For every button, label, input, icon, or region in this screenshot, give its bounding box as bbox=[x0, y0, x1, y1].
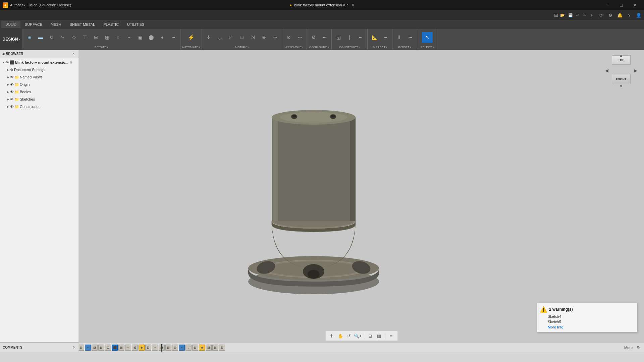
create-group-label[interactable]: CREATE bbox=[95, 46, 109, 49]
named-views-expand[interactable]: ▶ bbox=[6, 75, 10, 79]
grid-menu-button[interactable]: ⊞ bbox=[554, 12, 558, 18]
chamfer-button[interactable]: ◸ bbox=[225, 32, 236, 43]
insert-button[interactable]: ⬇ bbox=[394, 32, 405, 43]
zoom-in-button[interactable]: 🔍+ bbox=[354, 332, 362, 340]
tree-item-sketches[interactable]: ▶ 👁 📁 Sketches bbox=[5, 96, 78, 103]
tree-item-construction[interactable]: ▶ 👁 📁 Construction bbox=[5, 103, 78, 110]
comments-close-button[interactable]: ✕ bbox=[72, 345, 76, 350]
sweep-button[interactable]: ⤷ bbox=[57, 32, 68, 43]
construction-expand[interactable]: ▶ bbox=[6, 105, 10, 109]
viewcube-right-arrow[interactable]: ▶ bbox=[634, 68, 637, 73]
timeline-item-26[interactable]: ⊠ bbox=[219, 345, 225, 351]
assemble-more-button[interactable]: ••• bbox=[294, 32, 305, 43]
tab-utilities[interactable]: UTILITIES bbox=[123, 21, 148, 28]
thread-button[interactable]: ⌁ bbox=[124, 32, 135, 43]
notification-button[interactable]: 🔔 bbox=[616, 11, 624, 19]
pan-button[interactable]: ✋ bbox=[336, 332, 344, 340]
viewcube[interactable]: ◀ ▶ TOP FRONT ▲ ▼ bbox=[604, 54, 638, 87]
combine-button[interactable]: ⊕ bbox=[259, 32, 269, 43]
save-button[interactable]: 💾 bbox=[567, 13, 574, 17]
inspect-group-label[interactable]: INSPECT bbox=[372, 46, 387, 49]
timeline-item-6[interactable]: ≡ bbox=[85, 345, 91, 351]
timeline-item-24[interactable]: ⊡ bbox=[206, 345, 212, 351]
scale-button[interactable]: ⇲ bbox=[248, 32, 258, 43]
viewcube-up-arrow[interactable]: ▲ bbox=[619, 53, 623, 57]
revolve-button[interactable]: ↻ bbox=[46, 32, 57, 43]
tab-sheet-metal[interactable]: SHEET METAL bbox=[66, 21, 99, 28]
tab-plastic[interactable]: PLASTIC bbox=[99, 21, 123, 28]
timeline-item-5[interactable]: ⊞ bbox=[78, 345, 84, 351]
select-group-label[interactable]: SELECT bbox=[420, 46, 434, 49]
timeline-item-15[interactable]: ⊡ bbox=[145, 345, 151, 351]
undo-button[interactable]: ↩ bbox=[575, 13, 581, 17]
browser-close-button[interactable]: ✕ bbox=[70, 51, 76, 57]
view-more-button[interactable]: ≡ bbox=[387, 332, 395, 340]
timeline-item-13[interactable]: ⊠ bbox=[132, 345, 138, 351]
tab-surface[interactable]: SURFACE bbox=[21, 21, 46, 28]
settings-button[interactable]: ⚙ bbox=[606, 11, 614, 19]
axis-button[interactable]: | bbox=[344, 32, 355, 43]
hole-button[interactable]: ○ bbox=[113, 32, 123, 43]
timeline-item-7[interactable]: ⊟ bbox=[92, 345, 98, 351]
shell-button[interactable]: □ bbox=[236, 32, 247, 43]
close-button[interactable]: ✕ bbox=[628, 0, 641, 10]
redo-button[interactable]: ↪ bbox=[581, 13, 587, 17]
browser-collapse-icon[interactable]: ◀ bbox=[2, 52, 4, 56]
timeline-item-23[interactable]: ◈ bbox=[199, 345, 205, 351]
automate-button[interactable]: ⚡ bbox=[186, 32, 197, 43]
open-file-button[interactable]: 📂 bbox=[559, 13, 566, 17]
rib-button[interactable]: ⊤ bbox=[79, 32, 90, 43]
web-button[interactable]: ⊞ bbox=[91, 32, 101, 43]
insert-group-label[interactable]: INSERT bbox=[398, 46, 411, 49]
maximize-button[interactable]: □ bbox=[614, 0, 628, 10]
loft-button[interactable]: ◇ bbox=[68, 32, 79, 43]
timeline-item-8[interactable]: ⊞ bbox=[98, 345, 104, 351]
extrude-button[interactable]: ▬ bbox=[35, 32, 46, 43]
cylinder-button[interactable]: ⬤ bbox=[146, 32, 157, 43]
grid-snap-button[interactable]: ✛ bbox=[328, 332, 336, 340]
configure-button[interactable]: ⚙ bbox=[308, 32, 319, 43]
timeline-marker[interactable] bbox=[161, 344, 162, 352]
document-tab[interactable]: ● blink factory mount extension v1* ✕ bbox=[289, 3, 354, 7]
viewcube-left-arrow[interactable]: ◀ bbox=[605, 68, 608, 73]
viewcube-down-arrow[interactable]: ▼ bbox=[619, 84, 623, 88]
timeline-settings-button[interactable]: ⚙ bbox=[635, 344, 642, 351]
configure-more-button[interactable]: ••• bbox=[319, 32, 330, 43]
insert-more-button[interactable]: ••• bbox=[405, 32, 416, 43]
tree-item-origin[interactable]: ▶ 👁 📁 Origin bbox=[5, 81, 78, 88]
design-dropdown[interactable]: DESIGN ▾ bbox=[0, 29, 23, 50]
tree-item-named-views[interactable]: ▶ 👁 📁 Named Views bbox=[5, 73, 78, 81]
timeline-item-12[interactable]: ○ bbox=[125, 345, 131, 351]
plane-button[interactable]: ◱ bbox=[333, 32, 344, 43]
new-tab-button[interactable]: + bbox=[588, 11, 596, 19]
box-button[interactable]: ▣ bbox=[135, 32, 146, 43]
refresh-button[interactable]: ⟳ bbox=[597, 11, 605, 19]
timeline-item-9[interactable]: ⊡ bbox=[105, 345, 111, 351]
warning-more-info-link[interactable]: More Info bbox=[540, 325, 634, 329]
move-button[interactable]: ✛ bbox=[203, 32, 214, 43]
timeline-item-25[interactable]: ⊞ bbox=[212, 345, 218, 351]
display-mode-button[interactable]: ⊞ bbox=[366, 332, 374, 340]
timeline-item-21[interactable]: ○ bbox=[185, 345, 192, 351]
sphere-button[interactable]: ● bbox=[157, 32, 168, 43]
automate-group-label[interactable]: AUTOMATE bbox=[182, 46, 200, 49]
modify-group-label[interactable]: MODIFY bbox=[235, 46, 249, 49]
account-button[interactable]: 👤 bbox=[635, 11, 643, 19]
help-button[interactable]: ? bbox=[625, 11, 633, 19]
tab-mesh[interactable]: MESH bbox=[47, 21, 65, 28]
assemble-group-label[interactable]: ASSEMBLE bbox=[285, 46, 304, 49]
timeline-item-10[interactable]: ⬛ bbox=[112, 345, 118, 351]
timeline-more-label[interactable]: More bbox=[624, 346, 633, 350]
visual-style-button[interactable]: ▦ bbox=[375, 332, 383, 340]
construct-more-button[interactable]: ••• bbox=[355, 32, 366, 43]
root-settings-icon[interactable]: ⚙ bbox=[70, 61, 73, 64]
tab-solid[interactable]: SOLID bbox=[1, 21, 20, 28]
origin-expand[interactable]: ▶ bbox=[6, 82, 10, 86]
joint-button[interactable]: ⊗ bbox=[283, 32, 294, 43]
sketches-expand[interactable]: ▶ bbox=[6, 97, 10, 101]
timeline-item-19[interactable]: ⊞ bbox=[172, 345, 178, 351]
orbit-button[interactable]: ↺ bbox=[345, 332, 353, 340]
timeline-item-20[interactable]: ≡ bbox=[179, 345, 185, 351]
viewcube-front[interactable]: FRONT bbox=[612, 74, 631, 84]
select-button[interactable]: ↖ bbox=[422, 32, 433, 43]
